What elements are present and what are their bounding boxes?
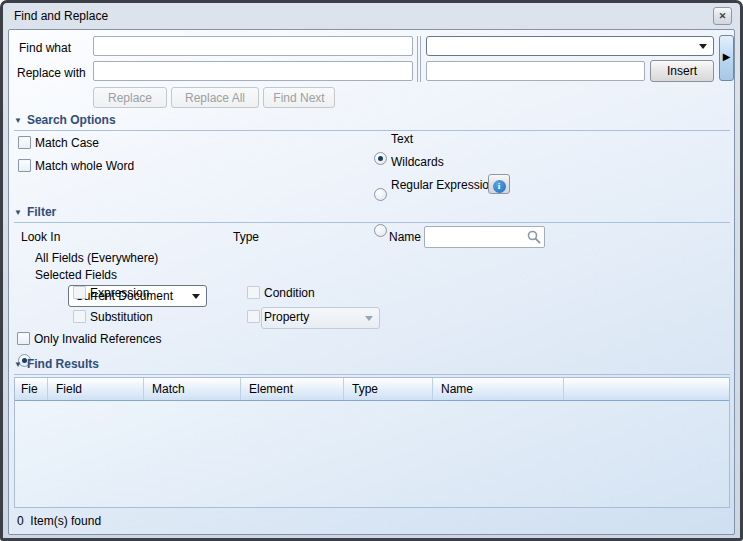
text-radio-label: Text [391, 132, 413, 146]
expression-checkbox[interactable] [73, 286, 86, 299]
title-bar[interactable]: Find and Replace ✕ [3, 3, 740, 29]
match-case-checkbox[interactable] [18, 136, 31, 149]
substitution-label: Substitution [90, 310, 153, 324]
wildcards-radio[interactable] [374, 188, 387, 201]
find-next-button[interactable]: Find Next [263, 87, 335, 108]
match-case-label: Match Case [35, 136, 99, 150]
insert-button[interactable]: Insert [650, 60, 714, 82]
only-invalid-references-label: Only Invalid References [34, 332, 161, 346]
match-whole-word-label: Match whole Word [35, 159, 134, 173]
chevron-down-icon [699, 44, 707, 49]
name-label: Name [389, 230, 421, 244]
results-table: Fie Field Match Element Type Name [14, 377, 730, 508]
collapse-icon: ▼ [14, 116, 22, 125]
dialog-content-panel: Find what ▶ Replace with Insert Replace … [8, 29, 735, 535]
filter-title: Filter [27, 205, 56, 219]
results-count: 0 [17, 514, 24, 528]
property-label: Property [264, 310, 309, 324]
all-fields-label: All Fields (Everywhere) [35, 251, 158, 265]
find-what-input[interactable] [93, 36, 413, 56]
search-options-title: Search Options [27, 113, 116, 127]
info-icon: i [493, 180, 506, 193]
expander-arrow-icon: ▶ [723, 51, 731, 62]
replace-with-label: Replace with [17, 66, 86, 80]
condition-label: Condition [264, 286, 315, 300]
text-radio[interactable] [374, 152, 387, 165]
substitution-checkbox[interactable] [73, 310, 86, 323]
results-header-cell[interactable]: Name [433, 378, 564, 400]
match-whole-word-checkbox[interactable] [18, 159, 31, 172]
results-header-cell[interactable] [564, 378, 729, 400]
wildcards-radio-label: Wildcards [391, 155, 444, 169]
field-selector-combobox[interactable] [426, 36, 714, 56]
condition-checkbox[interactable] [247, 286, 260, 299]
expander-button[interactable]: ▶ [719, 35, 734, 81]
only-invalid-references-checkbox[interactable] [17, 332, 30, 345]
find-results-header[interactable]: ▼Find Results [14, 357, 730, 375]
results-header-cell[interactable]: Type [344, 378, 433, 400]
status-bar: 0 Item(s) found [17, 514, 101, 528]
replace-with-input[interactable] [93, 61, 413, 81]
top-section-divider [417, 36, 421, 82]
status-text: Item(s) found [30, 514, 101, 528]
window-title: Find and Replace [14, 9, 108, 23]
collapse-icon: ▼ [14, 208, 22, 217]
results-header-cell[interactable]: Field [48, 378, 144, 400]
chevron-down-icon [192, 294, 200, 299]
replace-all-button[interactable]: Replace All [171, 87, 259, 108]
chevron-down-icon [365, 316, 373, 321]
property-checkbox[interactable] [247, 310, 260, 323]
selected-fields-label: Selected Fields [35, 268, 117, 282]
regex-help-button[interactable]: i [488, 174, 510, 194]
regular-expression-radio[interactable] [374, 224, 387, 237]
results-body[interactable] [15, 401, 729, 508]
search-options-header[interactable]: ▼Search Options [14, 113, 730, 131]
insert-field-input[interactable] [426, 61, 645, 81]
results-header-row: Fie Field Match Element Type Name [15, 378, 729, 401]
close-button[interactable]: ✕ [713, 7, 732, 25]
results-header-cell[interactable]: Match [144, 378, 241, 400]
replace-button[interactable]: Replace [93, 87, 167, 108]
close-icon: ✕ [719, 11, 727, 21]
type-label: Type [233, 230, 259, 244]
look-in-label: Look In [21, 230, 60, 244]
filter-header[interactable]: ▼Filter [14, 205, 730, 223]
results-header-cell[interactable]: Element [241, 378, 344, 400]
results-header-cell[interactable]: Fie [15, 378, 48, 400]
expression-label: Expression [90, 286, 149, 300]
collapse-icon: ▼ [14, 360, 22, 369]
regular-expression-radio-label: Regular Expression [391, 178, 496, 192]
find-and-replace-dialog: Find and Replace ✕ Find what ▶ Replace w… [0, 0, 743, 541]
find-results-title: Find Results [27, 357, 99, 371]
find-what-label: Find what [19, 41, 71, 55]
search-icon[interactable] [526, 229, 542, 249]
